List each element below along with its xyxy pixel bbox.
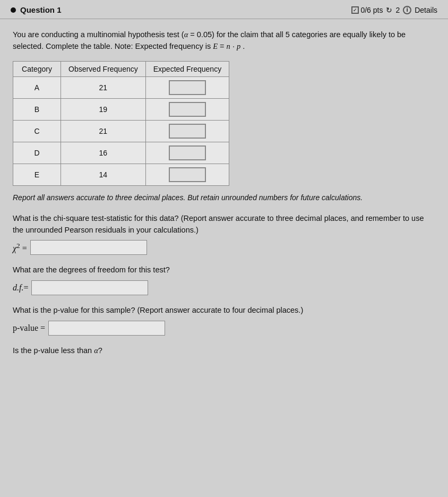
chi-square-input[interactable] [30, 240, 147, 255]
question-label: Question 1 [11, 5, 62, 14]
category-cell: A [13, 76, 61, 98]
main-content: You are conducting a multinomial hypothe… [0, 19, 448, 377]
observed-cell: 16 [61, 142, 146, 164]
pvalue-less-question: Is the p-value less than α? [13, 345, 435, 357]
col-expected-header: Expected Frequency [145, 61, 229, 76]
observed-cell: 14 [61, 164, 146, 185]
question-dot [11, 7, 16, 13]
observed-cell: 21 [61, 120, 146, 142]
chi-square-section: What is the chi-square test-statistic fo… [13, 213, 435, 255]
category-cell: B [13, 98, 61, 120]
expected-input-e[interactable] [169, 167, 206, 182]
dof-input[interactable] [31, 280, 148, 295]
category-cell: D [13, 142, 61, 164]
pvalue-question: What is the p-value for this sample? (Re… [13, 305, 435, 316]
expected-input-c[interactable] [169, 124, 206, 139]
pts-text: 0/6 pts [360, 6, 383, 14]
dof-question: What are the degrees of freedom for this… [13, 264, 435, 276]
retry-icon: ↻ [386, 6, 392, 14]
col-observed-header: Observed Frequency [61, 61, 146, 76]
page: Question 1 ✓ 0/6 pts ↻ 2 i Details You a… [0, 0, 448, 497]
problem-description: You are conducting a multinomial hypothe… [13, 29, 435, 53]
note-text: Report all answers accurate to three dec… [13, 192, 435, 203]
header-bar: Question 1 ✓ 0/6 pts ↻ 2 i Details [0, 0, 448, 19]
expected-cell [145, 164, 229, 185]
table-row: A21 [13, 76, 229, 98]
observed-cell: 21 [61, 76, 146, 98]
expected-cell [145, 76, 229, 98]
pvalue-answer-row: p-value = [13, 321, 435, 336]
chi-square-answer-row: χ2 = [13, 240, 435, 255]
expected-input-b[interactable] [169, 102, 206, 117]
category-cell: E [13, 164, 61, 185]
expected-input-a[interactable] [169, 80, 206, 95]
expected-cell [145, 120, 229, 142]
table-row: D16 [13, 142, 229, 164]
frequency-table: Category Observed Frequency Expected Fre… [13, 61, 229, 186]
table-row: E14 [13, 164, 229, 185]
dof-answer-row: d.f.= [13, 280, 435, 295]
header-right: ✓ 0/6 pts ↻ 2 i Details [351, 6, 437, 14]
question-title: Question 1 [20, 5, 62, 14]
dof-label: d.f.= [13, 283, 28, 293]
pvalue-less-section: Is the p-value less than α? [13, 345, 435, 357]
pvalue-label: p-value = [13, 323, 45, 333]
expected-cell [145, 142, 229, 164]
pvalue-section: What is the p-value for this sample? (Re… [13, 305, 435, 336]
table-row: B19 [13, 98, 229, 120]
details-label: Details [415, 6, 437, 14]
dof-section: What are the degrees of freedom for this… [13, 264, 435, 295]
pts-badge: ✓ 0/6 pts [351, 6, 383, 14]
chi-square-question: What is the chi-square test-statistic fo… [13, 213, 435, 236]
checkbox-icon: ✓ [351, 6, 359, 14]
table-row: C21 [13, 120, 229, 142]
expected-cell [145, 98, 229, 120]
retry-count: 2 [395, 6, 400, 14]
col-category-header: Category [13, 61, 61, 76]
category-cell: C [13, 120, 61, 142]
expected-input-d[interactable] [169, 145, 206, 160]
chi-square-label: χ2 = [13, 242, 27, 253]
info-icon[interactable]: i [403, 6, 411, 14]
pvalue-input[interactable] [48, 321, 165, 336]
observed-cell: 19 [61, 98, 146, 120]
